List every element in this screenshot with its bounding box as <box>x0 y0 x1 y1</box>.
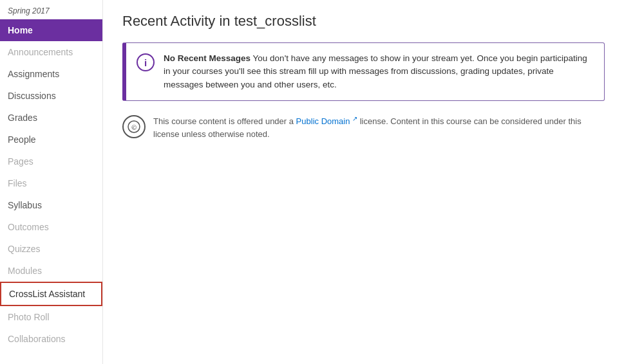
sidebar-item-collaborations[interactable]: Collaborations <box>0 328 102 350</box>
sidebar-item-announcements[interactable]: Announcements <box>0 41 102 63</box>
sidebar-item-photo-roll[interactable]: Photo Roll <box>0 306 102 328</box>
sidebar-item-outcomes[interactable]: Outcomes <box>0 216 102 238</box>
license-link[interactable]: Public Domain ↗ <box>296 116 357 126</box>
sidebar-item-people[interactable]: People <box>0 129 102 150</box>
banner-text: No Recent Messages You don't have any me… <box>164 52 594 91</box>
main-content: Recent Activity in test_crosslist i No R… <box>103 0 624 364</box>
sidebar-item-assignments[interactable]: Assignments <box>0 63 102 85</box>
info-banner: i No Recent Messages You don't have any … <box>122 42 605 101</box>
sidebar-item-grades[interactable]: Grades <box>0 107 102 129</box>
page-title: Recent Activity in test_crosslist <box>122 13 605 30</box>
sidebar-item-home[interactable]: Home <box>0 19 102 41</box>
sidebar-item-crosslist-assistant[interactable]: CrossList Assistant <box>0 282 102 306</box>
sidebar: Spring 2017 HomeAnnouncementsAssignments… <box>0 0 103 364</box>
term-label: Spring 2017 <box>0 0 102 19</box>
sidebar-item-syllabus[interactable]: Syllabus <box>0 194 102 216</box>
sidebar-item-files[interactable]: Files <box>0 172 102 194</box>
license-text-before: This course content is offered under a <box>153 116 296 126</box>
creative-commons-icon: © <box>122 115 146 138</box>
sidebar-item-discussions[interactable]: Discussions <box>0 85 102 107</box>
info-icon: i <box>137 53 155 71</box>
sidebar-item-modules[interactable]: Modules <box>0 260 102 282</box>
svg-text:©: © <box>131 123 137 131</box>
sidebar-item-pages[interactable]: Pages <box>0 150 102 172</box>
license-section: © This course content is offered under a… <box>122 114 605 140</box>
license-text: This course content is offered under a P… <box>153 114 605 140</box>
sidebar-item-quizzes[interactable]: Quizzes <box>0 238 102 260</box>
banner-title: No Recent Messages <box>164 53 251 63</box>
